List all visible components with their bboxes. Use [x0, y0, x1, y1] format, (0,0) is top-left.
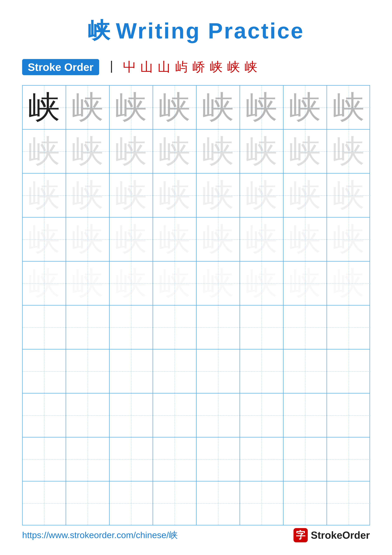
grid-cell-1-8[interactable]: 峡: [327, 86, 371, 129]
grid-cell-3-7[interactable]: 峡: [284, 174, 327, 217]
grid-cell-5-5[interactable]: 峡: [197, 262, 240, 305]
grid-cell-8-8[interactable]: [327, 394, 371, 437]
grid-cell-5-4[interactable]: 峡: [153, 262, 197, 305]
grid-cell-4-7[interactable]: 峡: [284, 218, 327, 261]
grid-cell-9-7[interactable]: [284, 438, 327, 481]
char-display: 峡: [289, 174, 321, 217]
grid-cell-3-8[interactable]: 峡: [327, 174, 371, 217]
grid-cell-5-8[interactable]: 峡: [327, 262, 371, 305]
grid-cell-3-1[interactable]: 峡: [23, 174, 66, 217]
char-display: 峡: [333, 262, 364, 305]
grid-cell-9-2[interactable]: [66, 438, 110, 481]
grid-row-5: 峡 峡 峡 峡 峡 峡 峡 峡: [23, 262, 370, 306]
grid-cell-7-3[interactable]: [110, 350, 153, 393]
grid-row-3: 峡 峡 峡 峡 峡 峡 峡 峡: [23, 174, 370, 218]
grid-cell-5-3[interactable]: 峡: [110, 262, 153, 305]
grid-cell-7-2[interactable]: [66, 350, 110, 393]
grid-cell-3-3[interactable]: 峡: [110, 174, 153, 217]
grid-cell-1-5[interactable]: 峡: [197, 86, 240, 129]
grid-cell-10-6[interactable]: [240, 482, 284, 525]
grid-cell-9-8[interactable]: [327, 438, 371, 481]
stroke-step-1: 丨: [106, 58, 118, 76]
grid-cell-7-1[interactable]: [23, 350, 66, 393]
grid-cell-8-3[interactable]: [110, 394, 153, 437]
grid-cell-4-1[interactable]: 峡: [23, 218, 66, 261]
grid-cell-2-8[interactable]: 峡: [327, 130, 371, 173]
grid-cell-7-4[interactable]: [153, 350, 197, 393]
grid-cell-5-2[interactable]: 峡: [66, 262, 110, 305]
grid-cell-8-4[interactable]: [153, 394, 197, 437]
grid-cell-1-7[interactable]: 峡: [284, 86, 327, 129]
grid-cell-2-6[interactable]: 峡: [240, 130, 284, 173]
grid-cell-2-3[interactable]: 峡: [110, 130, 153, 173]
grid-cell-1-3[interactable]: 峡: [110, 86, 153, 129]
grid-cell-3-4[interactable]: 峡: [153, 174, 197, 217]
grid-row-6: [23, 306, 370, 350]
grid-cell-6-4[interactable]: [153, 306, 197, 349]
grid-cell-6-5[interactable]: [197, 306, 240, 349]
grid-cell-10-2[interactable]: [66, 482, 110, 525]
stroke-step-8: 峡: [227, 58, 240, 76]
grid-cell-4-3[interactable]: 峡: [110, 218, 153, 261]
char-display: 峡: [202, 86, 234, 129]
grid-cell-6-1[interactable]: [23, 306, 66, 349]
grid-row-2: 峡 峡 峡 峡 峡 峡 峡 峡: [23, 130, 370, 174]
grid-cell-5-1[interactable]: 峡: [23, 262, 66, 305]
char-display: 峡: [115, 130, 147, 173]
grid-cell-7-7[interactable]: [284, 350, 327, 393]
grid-cell-9-3[interactable]: [110, 438, 153, 481]
grid-row-1: 峡 峡 峡 峡 峡 峡 峡 峡: [23, 86, 370, 130]
stroke-order-badge: Stroke Order: [22, 59, 99, 75]
char-display: 峡: [202, 130, 234, 173]
grid-cell-1-2[interactable]: 峡: [66, 86, 110, 129]
grid-cell-10-5[interactable]: [197, 482, 240, 525]
grid-cell-5-7[interactable]: 峡: [284, 262, 327, 305]
grid-cell-6-7[interactable]: [284, 306, 327, 349]
grid-cell-4-2[interactable]: 峡: [66, 218, 110, 261]
grid-cell-3-5[interactable]: 峡: [197, 174, 240, 217]
grid-cell-5-6[interactable]: 峡: [240, 262, 284, 305]
char-display: 峡: [28, 218, 60, 261]
grid-cell-10-8[interactable]: [327, 482, 371, 525]
grid-cell-4-5[interactable]: 峡: [197, 218, 240, 261]
grid-cell-4-6[interactable]: 峡: [240, 218, 284, 261]
grid-cell-8-1[interactable]: [23, 394, 66, 437]
grid-cell-8-5[interactable]: [197, 394, 240, 437]
stroke-step-7: 峡: [210, 58, 222, 76]
grid-cell-1-1[interactable]: 峡: [23, 86, 66, 129]
grid-cell-6-8[interactable]: [327, 306, 371, 349]
grid-cell-10-3[interactable]: [110, 482, 153, 525]
grid-cell-10-7[interactable]: [284, 482, 327, 525]
grid-cell-2-2[interactable]: 峡: [66, 130, 110, 173]
grid-cell-1-6[interactable]: 峡: [240, 86, 284, 129]
grid-cell-9-1[interactable]: [23, 438, 66, 481]
grid-cell-6-2[interactable]: [66, 306, 110, 349]
grid-cell-3-2[interactable]: 峡: [66, 174, 110, 217]
char-display: 峡: [72, 262, 103, 305]
grid-cell-2-7[interactable]: 峡: [284, 130, 327, 173]
grid-cell-6-3[interactable]: [110, 306, 153, 349]
grid-cell-2-5[interactable]: 峡: [197, 130, 240, 173]
stroke-step-3: 山: [140, 58, 153, 76]
grid-cell-2-1[interactable]: 峡: [23, 130, 66, 173]
grid-cell-8-2[interactable]: [66, 394, 110, 437]
grid-cell-10-4[interactable]: [153, 482, 197, 525]
grid-cell-8-6[interactable]: [240, 394, 284, 437]
grid-cell-7-8[interactable]: [327, 350, 371, 393]
grid-cell-9-4[interactable]: [153, 438, 197, 481]
char-display: 峡: [289, 218, 321, 261]
grid-cell-3-6[interactable]: 峡: [240, 174, 284, 217]
grid-cell-7-6[interactable]: [240, 350, 284, 393]
char-display: 峡: [333, 174, 364, 217]
grid-cell-4-4[interactable]: 峡: [153, 218, 197, 261]
grid-cell-10-1[interactable]: [23, 482, 66, 525]
grid-cell-8-7[interactable]: [284, 394, 327, 437]
grid-cell-9-5[interactable]: [197, 438, 240, 481]
char-display: 峡: [246, 174, 277, 217]
grid-cell-9-6[interactable]: [240, 438, 284, 481]
grid-cell-1-4[interactable]: 峡: [153, 86, 197, 129]
grid-cell-6-6[interactable]: [240, 306, 284, 349]
grid-cell-4-8[interactable]: 峡: [327, 218, 371, 261]
grid-cell-2-4[interactable]: 峡: [153, 130, 197, 173]
grid-cell-7-5[interactable]: [197, 350, 240, 393]
